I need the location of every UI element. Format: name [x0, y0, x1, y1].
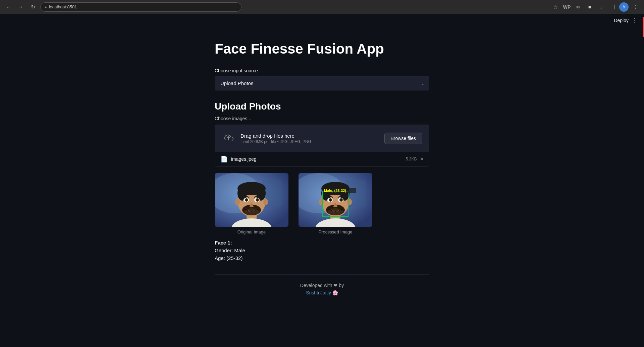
original-face-svg [215, 173, 288, 227]
svg-point-36 [330, 199, 331, 201]
wp-icon[interactable]: WP [562, 2, 572, 12]
drag-drop-text: Drag and drop files here [240, 133, 379, 139]
file-name: images.jpeg [231, 156, 400, 162]
upload-text-wrap: Drag and drop files here Limit 200MB per… [240, 133, 379, 144]
extensions-icon[interactable]: ■ [585, 2, 594, 12]
url-text: localhost:8501 [49, 4, 77, 9]
upload-dropzone[interactable]: Drag and drop files here Limit 200MB per… [215, 125, 429, 152]
lock-icon: ● [45, 5, 47, 9]
svg-point-19 [263, 199, 268, 205]
results-section: Face 1: Gender: Male Age: (25-32) [215, 240, 429, 261]
browser-actions: ☆ WP ✉ ■ ↓ ⎹ A ⋮ [551, 2, 640, 12]
mail-icon[interactable]: ✉ [574, 2, 583, 12]
processed-image-preview: Male, (25-32) [299, 173, 372, 227]
original-image-block: Original Image [215, 173, 288, 234]
processed-face-svg: Male, (25-32) [299, 173, 372, 227]
forward-button[interactable]: → [16, 2, 25, 12]
svg-point-18 [235, 199, 240, 205]
refresh-button[interactable]: ↻ [28, 2, 38, 12]
age-detail: Age: (25-32) [215, 255, 429, 261]
browse-files-button[interactable]: Browse files [384, 133, 422, 144]
processed-image-block: Male, (25-32) Processed Image [299, 173, 372, 234]
svg-point-16 [246, 199, 248, 201]
footer-dev-line: Developed with ❤ by [215, 283, 429, 288]
input-source-label: Choose input source [215, 68, 429, 73]
back-button[interactable]: ← [4, 2, 13, 12]
face-label: Face 1: [215, 240, 429, 246]
deploy-bar: Deploy ⋮ [0, 14, 644, 27]
file-size: 5.3KB [406, 157, 417, 161]
menu-icon[interactable]: ⋮ [631, 2, 640, 12]
app-title: Face Finesse Fusion App [215, 41, 429, 57]
upload-limit-text: Limit 200MB per file • JPG, JPEG, PNG [240, 139, 379, 144]
deploy-button[interactable]: Deploy [614, 18, 629, 23]
svg-text:Male, (25-32): Male, (25-32) [324, 189, 346, 193]
red-accent-bar [643, 17, 644, 37]
main-content: Face Finesse Fusion App Choose input sou… [208, 27, 436, 328]
file-icon: 📄 [220, 155, 228, 163]
dropdown-container: Upload Photos Camera ⌄ [215, 76, 429, 90]
processed-caption: Processed Image [318, 229, 352, 234]
footer-author-link[interactable]: Srishti Jaitly 🌸 [306, 290, 338, 295]
sidebar-icon[interactable]: ⎹ [608, 2, 617, 12]
section-title: Upload Photos [215, 101, 429, 112]
profile-icon[interactable]: A [619, 2, 629, 12]
address-bar[interactable]: ● localhost:8501 [40, 2, 241, 12]
star-icon[interactable]: ☆ [551, 2, 560, 12]
file-item: 📄 images.jpeg 5.3KB × [215, 152, 429, 166]
svg-point-37 [340, 199, 342, 201]
download-icon[interactable]: ↓ [596, 2, 606, 12]
upload-cloud-icon [222, 132, 235, 145]
browser-chrome: ← → ↻ ● localhost:8501 ☆ WP ✉ ■ ↓ ⎹ A ⋮ [0, 0, 644, 14]
gender-detail: Gender: Male [215, 248, 429, 253]
svg-point-17 [257, 199, 258, 201]
input-source-dropdown[interactable]: Upload Photos Camera [215, 76, 429, 90]
choose-images-label: Choose images... [215, 116, 429, 121]
face-result-1: Face 1: Gender: Male Age: (25-32) [215, 240, 429, 261]
images-row: Original Image [215, 173, 429, 234]
more-options-button[interactable]: ⋮ [631, 17, 637, 24]
cloud-upload-svg [223, 133, 234, 144]
original-caption: Original Image [237, 229, 266, 234]
original-image-preview [215, 173, 288, 227]
footer: Developed with ❤ by Srishti Jaitly 🌸 [215, 274, 429, 301]
file-remove-button[interactable]: × [420, 156, 424, 162]
